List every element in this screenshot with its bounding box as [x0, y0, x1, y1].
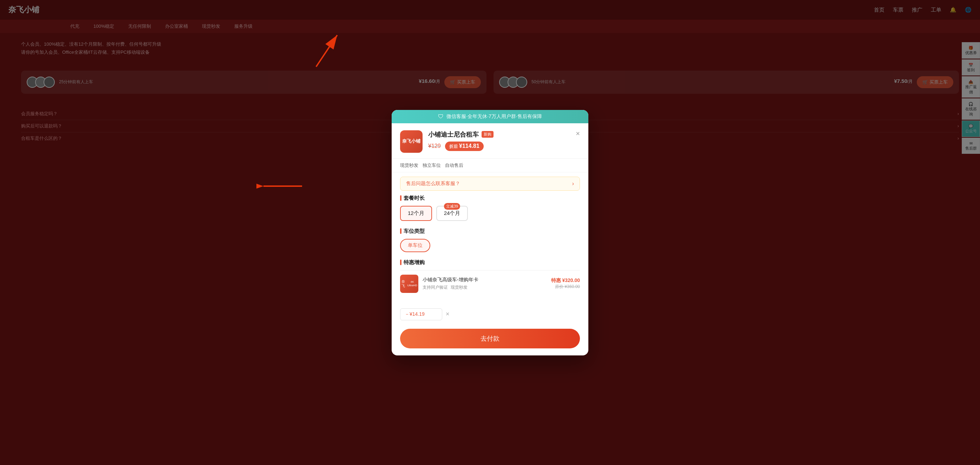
addon-tag-1: 支持同户验证	[423, 285, 448, 290]
slot-section-title: 车位类型	[400, 228, 580, 235]
addon-price: 特惠 ¥320.00 原价 ¥360.00	[551, 277, 580, 290]
addon-icon: 奈飞 4K UltraHD	[400, 275, 418, 293]
package-24-label: 24个月	[444, 210, 460, 216]
product-tags-row: 现货秒发 独立车位 自动售后	[391, 159, 589, 172]
discount-clear-button[interactable]: ×	[446, 311, 450, 318]
cs-bar-text: 售后问题怎么联系客服？	[406, 180, 460, 187]
discount-price-badge: 折后 ¥114.81	[445, 142, 484, 151]
shield-icon: 🛡	[438, 113, 444, 120]
addon-tag-2: 现货秒发	[451, 285, 468, 290]
slot-option-single[interactable]: 单车位	[400, 239, 430, 252]
addon-name: 小铺奈飞高级车-增购年卡	[423, 277, 547, 283]
package-option-24[interactable]: 立减39 24个月	[436, 206, 468, 221]
addon-original-price: 原价 ¥360.00	[551, 284, 580, 290]
banner-text: 微信客服·全年无休·7万人用户群·售后有保障	[447, 113, 542, 120]
addon-special-price: 特惠 ¥320.00	[551, 277, 580, 284]
tag-instant: 现货秒发	[400, 162, 418, 169]
package-options: 12个月 立减39 24个月	[400, 206, 580, 221]
modal-overlay[interactable]: 🛡 微信客服·全年无休·7万人用户群·售后有保障 奈飞小铺 小铺迪士尼合租车 新…	[0, 0, 980, 465]
modal-banner: 🛡 微信客服·全年无休·7万人用户群·售后有保障	[391, 110, 589, 123]
customer-service-bar[interactable]: 售后问题怎么联系客服？ ›	[400, 177, 580, 191]
package-24-discount-tag: 立减39	[444, 203, 460, 210]
slot-section: 车位类型 单车位	[400, 228, 580, 252]
discount-input-field[interactable]	[400, 308, 442, 320]
tag-auto: 自动售后	[445, 162, 463, 169]
original-price: ¥129	[428, 143, 441, 149]
addon-info: 小铺奈飞高级车-增购年卡 支持同户验证 现货秒发	[423, 277, 547, 290]
addon-tags: 支持同户验证 现货秒发	[423, 285, 547, 290]
modal-close-button[interactable]: ×	[573, 129, 583, 139]
package-section-title: 套餐时长	[400, 195, 580, 202]
package-section: 套餐时长 12个月 立减39 24个月	[400, 195, 580, 221]
product-title-row: 小铺迪士尼合租车 新购	[428, 130, 580, 139]
product-name: 小铺迪士尼合租车	[428, 130, 479, 139]
cs-bar-arrow-icon: ›	[572, 180, 574, 187]
discount-input-row: ×	[400, 304, 580, 325]
product-icon: 奈飞小铺	[400, 130, 423, 153]
new-badge: 新购	[482, 131, 493, 138]
tag-slot: 独立车位	[423, 162, 441, 169]
price-row: ¥129 折后 ¥114.81	[428, 142, 580, 151]
addon-section-title: 特惠增购	[400, 259, 580, 266]
purchase-modal: 🛡 微信客服·全年无休·7万人用户群·售后有保障 奈飞小铺 小铺迪士尼合租车 新…	[391, 110, 589, 355]
package-12-label: 12个月	[408, 210, 424, 216]
modal-body: 套餐时长 12个月 立减39 24个月 车位类型 单车位 特惠增购	[391, 195, 589, 325]
package-option-12[interactable]: 12个月	[400, 206, 432, 221]
addon-item: 奈飞 4K UltraHD 小铺奈飞高级车-增购年卡 支持同户验证 现货秒发 特…	[400, 270, 580, 297]
addon-section: 特惠增购 奈飞 4K UltraHD 小铺奈飞高级车-增购年卡 支持同户验证 现…	[400, 259, 580, 297]
modal-footer: 去付款	[391, 325, 589, 355]
product-info: 小铺迪士尼合租车 新购 ¥129 折后 ¥114.81	[428, 130, 580, 151]
modal-header: 奈飞小铺 小铺迪士尼合租车 新购 ¥129 折后 ¥114.81 ×	[391, 123, 589, 159]
checkout-button[interactable]: 去付款	[400, 329, 580, 349]
